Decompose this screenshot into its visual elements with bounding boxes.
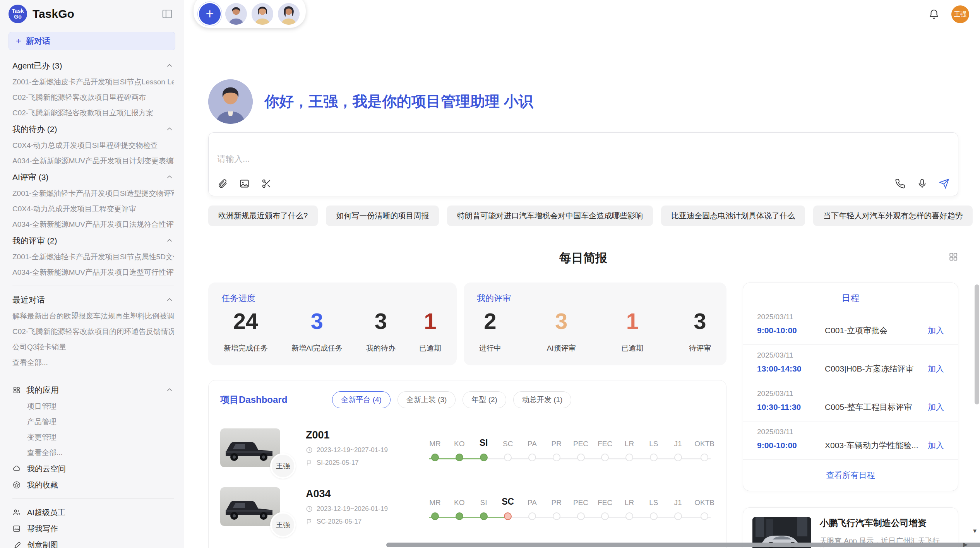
- milestone-dot: [674, 454, 682, 461]
- suggestion-chip[interactable]: 比亚迪全固态电池计划具体说了什么: [661, 206, 805, 226]
- stat-label: 我的待办: [366, 343, 396, 353]
- nav-item-label: 我的云空间: [27, 464, 66, 474]
- scroll-right-arrow-icon[interactable]: ▶: [963, 541, 968, 548]
- milestone-dot: [577, 454, 585, 461]
- microphone-icon[interactable]: [917, 178, 927, 189]
- milestone-nodes: MRKOSISCPAPRPECFECLRLSJ1OKTB: [427, 436, 714, 461]
- milestone-nodes: MRKOSISCPAPRPECFECLRLSJ1OKTB: [427, 495, 714, 520]
- sidebar-nav-cloud[interactable]: 我的云空间: [12, 461, 174, 477]
- sidebar-task-item[interactable]: A034-全新新能源MUV产品开发项目造型可行性评审: [12, 265, 174, 280]
- app-menu-item[interactable]: 项目管理: [12, 399, 174, 414]
- sidebar-task-item[interactable]: C02-飞腾新能源轻客改款项目里程碑画布: [12, 90, 174, 105]
- stat: 3待评审: [689, 308, 711, 353]
- agent-avatar[interactable]: [252, 3, 273, 25]
- main-area: + 王强 你好，王强，我是你的项目管理助理 小识: [184, 0, 980, 548]
- snippet-scissors-icon[interactable]: [261, 178, 272, 189]
- app-logo-text-bottom: Go: [14, 14, 21, 20]
- milestone: OKTB: [694, 495, 714, 520]
- sidebar-task-item[interactable]: A034-全新新能源MUV产品开发项目法规符合性评审: [12, 217, 174, 232]
- my-apps-header[interactable]: 我的应用: [12, 382, 174, 399]
- app-logo: Task Go: [9, 5, 27, 23]
- milestone-dot: [650, 454, 658, 461]
- project-dates: 2023-12-19~2027-01-19: [306, 446, 418, 454]
- milestone-label: KO: [454, 495, 464, 507]
- sidebar-task-item[interactable]: Z001-全新燃油皮卡产品开发项目SI节点Lesson Learn报告: [12, 74, 174, 90]
- chevron-up-icon[interactable]: [165, 386, 174, 394]
- milestone-dot: [528, 454, 536, 461]
- event-main: 9:00-10:00X003-车辆动力学性能验...加入: [757, 440, 944, 451]
- event-join-link[interactable]: 加入: [928, 402, 944, 413]
- sidebar-section-header[interactable]: 我的待办 (2): [12, 121, 174, 138]
- image-icon: [12, 524, 21, 533]
- stat: 1已逾期: [419, 308, 441, 353]
- image-upload-icon[interactable]: [239, 178, 250, 189]
- milestone-dot: [625, 512, 633, 520]
- sidebar-section-header[interactable]: Agent已办 (3): [12, 57, 174, 74]
- view-all-schedule-link[interactable]: 查看所有日程: [743, 470, 958, 481]
- sidebar-collapse-icon[interactable]: [161, 8, 173, 20]
- voice-call-icon[interactable]: [895, 178, 905, 189]
- layout-grid-icon[interactable]: [948, 252, 958, 262]
- agent-avatar[interactable]: [278, 3, 300, 25]
- vertical-scrollbar-thumb[interactable]: [975, 284, 979, 404]
- user-avatar[interactable]: 王强: [951, 5, 969, 23]
- notifications-bell-icon[interactable]: [928, 9, 940, 20]
- app-menu-item[interactable]: 变更管理: [12, 430, 174, 445]
- suggestion-chip[interactable]: 欧洲新规最近颁布了什么?: [208, 206, 318, 226]
- recent-chat-item[interactable]: 查看全部...: [12, 355, 174, 370]
- scroll-down-arrow-icon[interactable]: ▼: [972, 527, 978, 534]
- send-icon[interactable]: [939, 178, 949, 189]
- chat-input[interactable]: [217, 140, 949, 178]
- milestone: SC: [500, 436, 516, 461]
- sidebar-task-item[interactable]: Z001-全新燃油轻卡产品开发项目SI节点属性5D文件评审: [12, 249, 174, 265]
- chevron-up-icon[interactable]: [165, 125, 174, 134]
- recent-chats-header[interactable]: 最近对话: [12, 291, 174, 308]
- milestone-timeline: MRKOSISCPAPRPECFECLRLSJ1OKTB: [427, 434, 714, 461]
- chevron-up-icon[interactable]: [165, 173, 174, 182]
- event-join-link[interactable]: 加入: [928, 440, 944, 451]
- dashboard-tab[interactable]: 全新上装 (3): [397, 391, 456, 408]
- dashboard-tab[interactable]: 动总开发 (1): [513, 391, 572, 408]
- chevron-up-icon[interactable]: [165, 236, 174, 245]
- app-menu-item[interactable]: 查看全部...: [12, 445, 174, 461]
- chevron-up-icon[interactable]: [165, 62, 174, 70]
- event-join-link[interactable]: 加入: [928, 363, 944, 374]
- project-flag: SC-2025-05-17: [306, 518, 418, 526]
- horizontal-scrollbar[interactable]: [386, 543, 980, 547]
- app-menu-item[interactable]: 产品管理: [12, 414, 174, 430]
- dashboard-tab[interactable]: 年型 (2): [463, 391, 506, 408]
- sidebar-tool-people[interactable]: AI超级员工: [12, 504, 174, 521]
- recent-chat-item[interactable]: 公司Q3轻卡销量: [12, 339, 174, 355]
- milestone-label: MR: [429, 436, 441, 448]
- dashboard-tab[interactable]: 全新平台 (4): [332, 391, 391, 408]
- recent-chat-item[interactable]: C02-飞腾新能源轻客改款项目的闭环通告反馈情况: [12, 324, 174, 339]
- sidebar-tool-pen[interactable]: 创意制图: [12, 537, 174, 548]
- sidebar-task-item[interactable]: A034-全新新能源MUV产品开发项目计划变更表编写: [12, 153, 174, 169]
- agent-avatar[interactable]: [225, 3, 247, 25]
- tool-item-label: 帮我写作: [27, 524, 58, 534]
- horizontal-scrollbar-thumb[interactable]: [386, 543, 980, 547]
- suggestion-chip[interactable]: 特朗普可能对进口汽车增税会对中国车企造成哪些影响: [447, 206, 653, 226]
- stat: 2进行中: [479, 308, 501, 353]
- new-chat-button[interactable]: + 新对话: [9, 32, 175, 50]
- schedule-event: 2025/03/1113:00-14:30C003|H0B-方案冻结评审加入: [743, 345, 958, 383]
- sidebar-section-header[interactable]: AI评审 (3): [12, 169, 174, 186]
- sidebar-task-item[interactable]: C02-飞腾新能源轻客改款项目立项汇报方案: [12, 105, 174, 121]
- sidebar-nav-star[interactable]: 我的收藏: [12, 477, 174, 493]
- sidebar-task-item[interactable]: C0X4-动力总成开发项目工程变更评审: [12, 201, 174, 217]
- event-join-link[interactable]: 加入: [928, 325, 944, 336]
- sidebar-section-header[interactable]: 我的评审 (2): [12, 232, 174, 249]
- suggestion-chip[interactable]: 如何写一份清晰的项目周报: [326, 206, 439, 226]
- recent-chat-item[interactable]: 解释最新出台的欧盟报废车法规再生塑料比例被调至15%...: [12, 308, 174, 324]
- new-chat-label: 新对话: [26, 36, 50, 46]
- chevron-up-icon[interactable]: [165, 296, 174, 304]
- suggestion-chip[interactable]: 当下年轻人对汽车外观有怎样的喜好趋势: [813, 206, 973, 226]
- clock-icon: [306, 505, 313, 512]
- sidebar-tool-image[interactable]: 帮我写作: [12, 521, 174, 537]
- project-image-wrap: 王强: [220, 428, 280, 467]
- sidebar-task-item[interactable]: C0X4-动力总成开发项目SI里程碑提交物检查: [12, 138, 174, 153]
- news-card[interactable]: 小鹏飞行汽车制造公司增资 天眼查 App 显示，近日广州汇天飞行汽...: [743, 507, 958, 548]
- attach-icon[interactable]: [217, 178, 228, 189]
- sidebar-task-item[interactable]: Z001-全新燃油轻卡产品开发项目SI造型提交物评审: [12, 186, 174, 201]
- add-agent-button[interactable]: +: [199, 3, 221, 25]
